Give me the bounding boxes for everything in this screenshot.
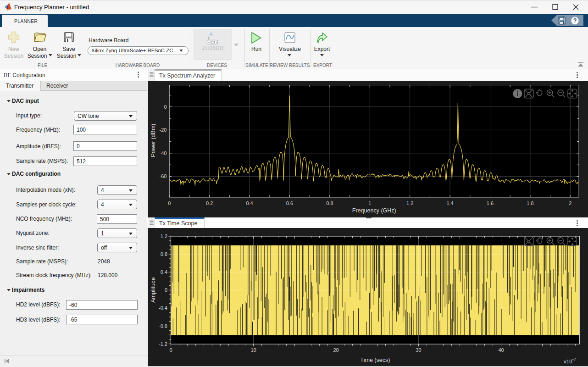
svg-text:-40: -40: [160, 150, 167, 156]
svg-text:Time (secs): Time (secs): [361, 357, 390, 363]
svg-text:-60: -60: [160, 173, 167, 179]
svg-text:-1.2: -1.2: [159, 341, 167, 347]
svg-text:0.4: 0.4: [246, 200, 253, 206]
svg-text:Frequency (GHz): Frequency (GHz): [352, 207, 396, 214]
svg-text:-0.8: -0.8: [159, 323, 167, 329]
svg-text:0.8: 0.8: [161, 251, 167, 257]
svg-text:0.8: 0.8: [326, 200, 333, 206]
svg-text:0: 0: [165, 287, 167, 293]
svg-text:0: 0: [169, 347, 172, 353]
svg-text:1.4: 1.4: [446, 200, 453, 206]
svg-text:0: 0: [168, 200, 171, 206]
svg-text:1.2: 1.2: [406, 200, 413, 206]
svg-text:x10-7: x10-7: [564, 356, 576, 364]
svg-text:Amplitude: Amplitude: [150, 277, 156, 303]
svg-text:1.8: 1.8: [527, 200, 533, 206]
svg-text:Power (dBm): Power (dBm): [150, 124, 156, 157]
svg-text:20: 20: [333, 347, 338, 353]
svg-text:10: 10: [250, 347, 256, 353]
svg-text:1: 1: [368, 200, 371, 206]
svg-text:-20: -20: [160, 127, 167, 133]
svg-text:30: 30: [416, 347, 421, 353]
svg-text:1.6: 1.6: [487, 200, 494, 206]
svg-text:-0.4: -0.4: [159, 305, 167, 311]
svg-text:0: 0: [164, 104, 166, 110]
svg-text:0.4: 0.4: [161, 269, 167, 275]
svg-text:?: ?: [573, 17, 577, 24]
svg-text:0.2: 0.2: [206, 200, 213, 206]
svg-text:2: 2: [569, 200, 571, 206]
svg-text:0.6: 0.6: [286, 200, 293, 206]
svg-text:1.2: 1.2: [161, 234, 167, 239]
svg-text:40: 40: [498, 347, 504, 353]
